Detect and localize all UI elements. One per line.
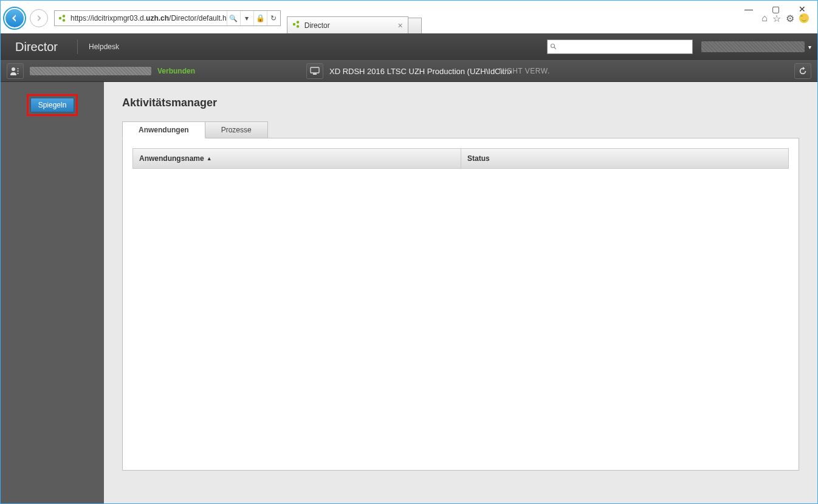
site-favicon-icon — [57, 13, 68, 24]
feedback-smiley-icon[interactable] — [799, 13, 809, 23]
minimize-button[interactable]: — — [742, 4, 755, 14]
maximize-button[interactable]: ▢ — [769, 4, 782, 14]
new-tab-button[interactable] — [408, 18, 422, 33]
tab-title: Director — [304, 21, 330, 30]
svg-point-8 — [12, 67, 15, 71]
user-menu[interactable] — [701, 41, 805, 52]
session-info: XD RDSH 2016 LTSC UZH Production (UZH\Id… — [306, 63, 512, 79]
machine-icon[interactable] — [306, 63, 323, 79]
address-bar[interactable]: https://idcitrixpmgr03.d.uzh.ch/Director… — [54, 10, 281, 26]
sort-asc-icon: ▲ — [207, 155, 212, 162]
header-search[interactable] — [547, 39, 693, 54]
connection-status: Verbunden — [157, 67, 195, 75]
column-name-label: Anwendungsname — [139, 154, 204, 163]
svg-point-10 — [18, 70, 19, 72]
table-header: Anwendungsname ▲ Status — [132, 148, 789, 169]
refresh-page-icon[interactable]: ↻ — [267, 11, 280, 26]
svg-point-0 — [59, 17, 61, 19]
session-title: XD RDSH 2016 LTSC UZH Production (UZH\Id… — [329, 67, 512, 76]
refresh-button[interactable] — [794, 63, 811, 79]
spiegeln-highlight: Spiegeln — [27, 94, 78, 116]
close-window-button[interactable]: ✕ — [796, 4, 809, 14]
main-layout: Spiegeln Aktivitätsmanager Anwendungen P… — [1, 82, 817, 503]
back-button-wrap — [3, 7, 26, 30]
forward-button[interactable] — [30, 9, 48, 27]
svg-point-5 — [297, 25, 299, 27]
svg-rect-13 — [313, 73, 317, 75]
svg-point-2 — [63, 19, 65, 21]
svg-point-3 — [293, 23, 295, 26]
svg-point-6 — [551, 44, 555, 48]
svg-point-4 — [297, 21, 299, 23]
tab-favicon-icon — [292, 20, 301, 30]
svg-point-9 — [18, 68, 19, 69]
url-dropdown-icon[interactable]: ▾ — [240, 11, 253, 26]
user-details-button[interactable] — [7, 63, 24, 79]
app-header: Director Helpdesk ▾ — [1, 33, 817, 60]
svg-rect-12 — [311, 67, 319, 73]
user-name-redacted — [30, 67, 151, 75]
search-icon[interactable]: 🔍 — [227, 11, 240, 26]
not-managed-label: NICHT VERW. — [499, 67, 550, 75]
back-button[interactable] — [5, 9, 24, 27]
content-area: Aktivitätsmanager Anwendungen Prozesse A… — [104, 82, 817, 503]
search-input[interactable] — [560, 43, 690, 51]
page-heading: Aktivitätsmanager — [122, 97, 799, 109]
svg-line-7 — [554, 47, 556, 49]
browser-tabs: Director × — [287, 3, 422, 33]
tab-close-icon[interactable]: × — [398, 21, 403, 30]
browser-tab-director[interactable]: Director × — [287, 16, 408, 33]
divider — [77, 39, 78, 54]
tab-processes[interactable]: Prozesse — [205, 121, 268, 138]
column-header-name[interactable]: Anwendungsname ▲ — [133, 149, 461, 168]
header-search-wrap: ▾ — [547, 39, 811, 54]
column-header-status[interactable]: Status — [461, 154, 788, 163]
nav-helpdesk[interactable]: Helpdesk — [83, 43, 125, 51]
search-icon — [550, 43, 557, 50]
app-title: Director — [7, 40, 72, 54]
content-tabs: Anwendungen Prozesse — [122, 121, 799, 138]
svg-point-11 — [18, 73, 19, 74]
user-menu-caret-icon[interactable]: ▾ — [808, 44, 811, 50]
svg-point-1 — [63, 15, 65, 17]
applications-panel: Anwendungsname ▲ Status — [122, 138, 799, 471]
lock-icon[interactable]: 🔒 — [253, 11, 267, 26]
browser-nav-bar: https://idcitrixpmgr03.d.uzh.ch/Director… — [1, 1, 817, 33]
spiegeln-button[interactable]: Spiegeln — [30, 98, 75, 112]
status-bar: Verbunden XD RDSH 2016 LTSC UZH Producti… — [1, 60, 817, 82]
url-text: https://idcitrixpmgr03.d.uzh.ch/Director… — [70, 14, 227, 22]
tab-applications[interactable]: Anwendungen — [122, 121, 205, 138]
sidebar: Spiegeln — [1, 82, 104, 503]
